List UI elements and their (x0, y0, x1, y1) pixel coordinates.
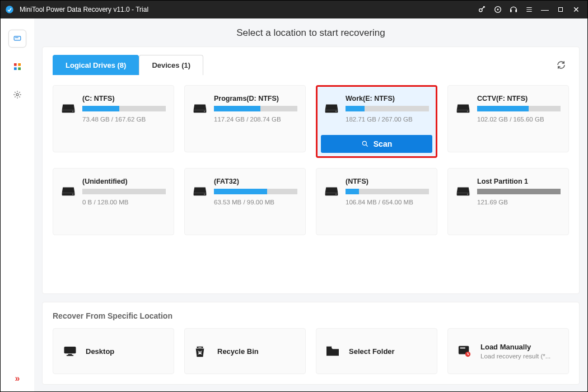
window-title: MiniTool Power Data Recovery v11.0 - Tri… (20, 6, 148, 13)
drive-name: CCTV(F: NTFS) (477, 95, 561, 102)
svg-rect-9 (14, 63, 17, 66)
drive-usage: 106.84 MB / 654.00 MB (346, 199, 429, 206)
usage-bar (214, 106, 297, 111)
minimize-button[interactable]: — (537, 2, 553, 17)
support-icon[interactable] (506, 2, 521, 17)
drive-card[interactable]: (Unidentified)0 B / 128.00 MB (53, 168, 174, 235)
drives-panel: Logical Drives (8) Devices (1) (C: NTFS)… (42, 46, 580, 294)
page-heading: Select a location to start recovering (34, 18, 587, 46)
svg-rect-38 (460, 348, 465, 349)
specific-location-panel: Recover From Specific Location DesktopRe… (42, 302, 580, 385)
tabs-row: Logical Drives (8) Devices (1) (53, 47, 569, 75)
location-card[interactable]: Desktop (53, 328, 174, 374)
drive-card[interactable]: CCTV(F: NTFS)102.02 GB / 165.60 GB (447, 85, 569, 152)
location-card[interactable]: Select Folder (316, 328, 437, 374)
drive-card[interactable]: Lost Partition 1121.69 GB (447, 168, 569, 235)
location-card[interactable]: Recycle Bin (184, 328, 306, 374)
tab-devices[interactable]: Devices (1) (139, 55, 203, 75)
svg-point-1 (479, 9, 482, 12)
svg-rect-12 (18, 67, 21, 70)
location-icon (457, 344, 473, 358)
sidebar-expand-button[interactable]: » (15, 374, 20, 384)
location-label: Desktop (86, 347, 114, 356)
svg-point-24 (72, 194, 73, 195)
location-label: Select Folder (349, 347, 395, 356)
drive-name: (C: NTFS) (82, 95, 166, 102)
svg-point-3 (497, 9, 499, 11)
usage-bar (214, 189, 297, 194)
drive-icon (324, 102, 339, 115)
svg-rect-34 (197, 347, 203, 348)
disc-icon[interactable] (490, 2, 506, 17)
drive-card[interactable]: Programs(D: NTFS)117.24 GB / 208.74 GB (184, 85, 306, 152)
location-label: Recycle Bin (217, 347, 259, 356)
drive-usage: 102.02 GB / 165.60 GB (477, 116, 561, 123)
drive-usage: 0 B / 128.00 MB (82, 199, 166, 206)
svg-point-17 (204, 111, 205, 112)
drive-icon (193, 102, 207, 115)
specific-location-title: Recover From Specific Location (53, 311, 569, 320)
svg-rect-10 (18, 63, 21, 66)
close-button[interactable]: ✕ (568, 2, 584, 17)
drive-card[interactable]: (NTFS)106.84 MB / 654.00 MB (316, 168, 437, 235)
drive-usage: 121.69 GB (477, 199, 561, 206)
drive-card[interactable]: (C: NTFS)73.48 GB / 167.62 GB (53, 85, 174, 152)
upgrade-key-icon[interactable] (474, 2, 490, 17)
svg-rect-32 (68, 354, 72, 355)
usage-bar (346, 189, 429, 194)
svg-point-20 (362, 141, 366, 145)
drive-name: Programs(D: NTFS) (214, 95, 297, 102)
location-card[interactable]: Load ManuallyLoad recovery result (*... (447, 328, 569, 374)
drive-name: Lost Partition 1 (477, 178, 561, 185)
sidebar-item-settings[interactable] (8, 86, 26, 104)
drive-name: (NTFS) (346, 178, 429, 185)
drive-icon (61, 102, 76, 115)
location-label: Load Manually (480, 343, 550, 351)
sidebar-item-apps[interactable] (8, 58, 26, 76)
drive-usage: 182.71 GB / 267.00 GB (346, 116, 429, 123)
tab-logical-drives[interactable]: Logical Drives (8) (53, 55, 139, 75)
location-icon (62, 344, 78, 358)
drive-icon (193, 185, 207, 198)
svg-point-0 (6, 6, 13, 13)
scan-button[interactable]: Scan (321, 135, 432, 153)
svg-point-28 (335, 194, 337, 195)
menu-icon[interactable] (521, 2, 537, 17)
location-icon (194, 344, 209, 358)
svg-rect-33 (67, 355, 73, 356)
drive-usage: 73.48 GB / 167.62 GB (82, 116, 166, 123)
sidebar: » (1, 18, 34, 392)
content-area: Select a location to start recovering Lo… (34, 18, 587, 392)
svg-point-15 (72, 111, 73, 112)
maximize-button[interactable] (553, 2, 568, 17)
drive-usage: 63.53 MB / 99.00 MB (214, 199, 297, 206)
title-bar: MiniTool Power Data Recovery v11.0 - Tri… (1, 1, 587, 18)
svg-point-13 (16, 94, 18, 96)
svg-rect-8 (15, 38, 18, 38)
app-body: » Select a location to start recovering … (1, 18, 587, 392)
svg-rect-7 (14, 36, 21, 40)
drive-icon (456, 102, 470, 115)
location-grid: DesktopRecycle BinSelect FolderLoad Manu… (53, 328, 569, 374)
svg-point-19 (335, 111, 337, 112)
svg-point-26 (204, 194, 205, 195)
drive-card[interactable]: Work(E: NTFS)182.71 GB / 267.00 GBScan (316, 85, 437, 158)
drive-usage: 117.24 GB / 208.74 GB (214, 116, 297, 123)
refresh-button[interactable] (553, 57, 569, 73)
drive-icon (456, 185, 470, 198)
drive-name: (Unidentified) (82, 178, 166, 185)
svg-point-30 (467, 194, 468, 195)
usage-bar (82, 189, 166, 194)
svg-rect-6 (559, 8, 563, 12)
sidebar-item-recovery[interactable] (8, 30, 26, 48)
svg-rect-5 (515, 10, 517, 12)
usage-bar (82, 106, 166, 111)
svg-rect-4 (510, 10, 512, 12)
drive-icon (324, 185, 339, 198)
svg-rect-11 (14, 67, 17, 70)
drive-card[interactable]: (FAT32)63.53 MB / 99.00 MB (184, 168, 306, 235)
svg-rect-31 (64, 347, 76, 353)
svg-point-22 (467, 111, 468, 112)
usage-bar (477, 106, 561, 111)
drive-name: (FAT32) (214, 178, 297, 185)
